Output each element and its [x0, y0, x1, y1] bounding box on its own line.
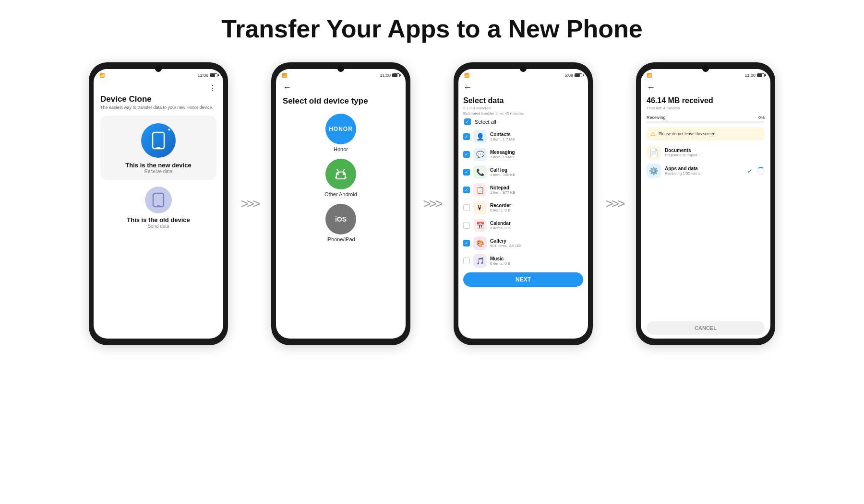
phone2-ios-circle: iOS: [325, 204, 356, 234]
phone1-new-device-card[interactable]: ✦ This is the new device Receive data: [100, 116, 216, 180]
calendar-checkbox[interactable]: [463, 222, 470, 229]
phone1-new-device-label: This is the new device: [125, 162, 191, 169]
phone1-status-left: 📶: [99, 73, 105, 78]
list-item[interactable]: ✓ 📞 Call log 1 item, 360 KB: [463, 164, 583, 180]
contacts-icon: 👤: [473, 130, 487, 143]
phone2-ios-label: iPhone/iPad: [326, 236, 355, 242]
phone4-status-left: 📶: [647, 73, 652, 78]
phone2-screen: 📶 11:08 ← Select old device type: [276, 69, 406, 339]
phones-row: 📶 11:08 ⋮ Device Clone The easie: [0, 62, 864, 345]
phone1-content: ⋮ Device Clone The easiest way to transf…: [94, 80, 223, 339]
phone1-header: ⋮: [100, 83, 216, 93]
arrow2-icon: >>>: [423, 196, 441, 211]
arrow1: >>>: [228, 196, 271, 211]
list-item[interactable]: ✓ 💬 Messaging 1 item, 13 MB: [463, 147, 583, 162]
svg-line-8: [337, 169, 338, 171]
recorder-icon: 🎙: [473, 201, 487, 214]
phone3-select-all-checkbox[interactable]: ✓: [464, 118, 471, 125]
phone3-screen: 📶 5:09 ← Select data 9.1 GB selected Est…: [458, 69, 588, 339]
contacts-checkbox[interactable]: ✓: [463, 133, 470, 140]
phone2-honor-item[interactable]: HONOR Honor: [325, 114, 356, 152]
list-item[interactable]: 🎵 Music 0 items, 0 B: [463, 253, 583, 269]
phone1-menu-dots[interactable]: ⋮: [209, 83, 216, 93]
phone2-android-label: Other Android: [324, 191, 357, 197]
phone4-receiving-row: Receiving 0%: [647, 115, 765, 120]
phone1-old-device-label: This is the old device: [127, 216, 190, 223]
phone3-status-left: 📶: [464, 73, 469, 78]
arrow2: >>>: [410, 196, 454, 211]
gallery-size: 801 items, 2.9 GB: [490, 244, 583, 248]
gallery-checkbox[interactable]: ✓: [463, 240, 470, 246]
phone1-app-subtitle: The easiest way to transfer data to your…: [100, 105, 213, 111]
phone4-documents-item: 📄 Documents Preparing to import...: [647, 145, 765, 160]
phone2-back-button[interactable]: ←: [283, 82, 291, 93]
svg-point-5: [343, 173, 345, 175]
phone3-battery-icon: [575, 73, 582, 77]
phone2-honor-icon-text: HONOR: [329, 126, 353, 132]
phone4-battery-icon: [757, 73, 765, 77]
documents-icon: 📄: [647, 145, 661, 160]
phone4-receiving-percent: 0%: [758, 115, 765, 120]
svg-rect-0: [153, 132, 164, 149]
phone2-android-item[interactable]: Other Android: [324, 159, 357, 197]
phone1-new-device-svg: [150, 131, 167, 150]
phone4-screen: 📶 11:08 ← 46.14 MB received Time left: 4…: [641, 69, 770, 339]
phone3-select-all-row[interactable]: ✓ Select all: [463, 118, 583, 125]
phone4-warning-text: Please do not leave this screen.: [659, 131, 717, 136]
phone1-status-right: 11:08: [197, 73, 217, 78]
list-item[interactable]: ✓ 📋 Notepad 1 item, 877 KB: [463, 182, 583, 198]
phone3-next-button[interactable]: NEXT: [463, 272, 583, 287]
contacts-name: Contacts: [490, 132, 583, 137]
recorder-info: Recorder 0 items, 0 B: [490, 203, 583, 212]
phone2-content: ← Select old device type HONOR Honor: [276, 80, 406, 339]
phone2-time: 11:08: [380, 73, 391, 78]
music-checkbox[interactable]: [463, 258, 470, 264]
svg-line-9: [343, 169, 345, 171]
phone4-cancel-button[interactable]: CANCEL: [647, 321, 765, 335]
phone2-status-left: 📶: [282, 73, 287, 78]
recorder-checkbox[interactable]: [463, 204, 470, 211]
phone4-progress-fill: [647, 121, 649, 123]
music-size: 0 items, 0 B: [490, 261, 583, 266]
phone4-notch: [702, 65, 709, 72]
svg-rect-1: [156, 147, 160, 148]
phone2-wifi-icon: 📶: [282, 73, 287, 78]
list-item[interactable]: 📅 Calendar 0 items, 0 B: [463, 218, 583, 233]
notepad-size: 1 item, 877 KB: [490, 190, 583, 195]
notepad-checkbox[interactable]: ✓: [463, 187, 470, 193]
phone3: 📶 5:09 ← Select data 9.1 GB selected Est…: [454, 62, 593, 345]
phone4-wrapper: 📶 11:08 ← 46.14 MB received Time left: 4…: [636, 62, 775, 345]
phone1-new-device-action: Receive data: [144, 169, 172, 174]
phone1-star-icon: ✦: [167, 127, 171, 132]
phone4-time: 11:08: [744, 73, 756, 78]
music-name: Music: [490, 256, 583, 261]
calllog-checkbox[interactable]: ✓: [463, 169, 470, 176]
list-item[interactable]: ✓ 👤 Contacts 1 item, 1.7 MB: [463, 129, 583, 144]
phone2-device-type-list: HONOR Honor: [283, 114, 399, 242]
list-item[interactable]: ✓ 🎨 Gallery 801 items, 2.9 GB: [463, 235, 583, 251]
messaging-checkbox[interactable]: ✓: [463, 151, 470, 158]
contacts-info: Contacts 1 item, 1.7 MB: [490, 132, 583, 141]
phone4-back-button[interactable]: ←: [647, 82, 765, 93]
appsdata-spinner: [757, 167, 765, 175]
phone3-select-all-checkmark: ✓: [466, 119, 469, 124]
phone3-back-button[interactable]: ←: [463, 82, 583, 93]
documents-info: Documents Preparing to import...: [665, 148, 765, 157]
phone1-old-device-card[interactable]: This is the old device Send data: [127, 187, 190, 229]
list-item[interactable]: 🎙 Recorder 0 items, 0 B: [463, 200, 583, 215]
phone2: 📶 11:08 ← Select old device type: [271, 62, 410, 345]
music-icon: 🎵: [473, 254, 487, 268]
phone3-notch: [520, 65, 527, 72]
recorder-name: Recorder: [490, 203, 583, 208]
arrow1-icon: >>>: [240, 196, 258, 211]
documents-name: Documents: [665, 148, 765, 153]
phone4-progress-bar: [647, 121, 765, 123]
notepad-name: Notepad: [490, 185, 583, 190]
messaging-info: Messaging 1 item, 13 MB: [490, 150, 583, 159]
phone4-warning-icon: ⚠: [650, 130, 656, 137]
phone3-subtitle-time: Estimated transfer time: 40 minutes: [463, 111, 583, 116]
phone2-ios-item[interactable]: iOS iPhone/iPad: [325, 204, 356, 242]
phone4-wifi-icon: 📶: [647, 73, 652, 78]
phone4: 📶 11:08 ← 46.14 MB received Time left: 4…: [636, 62, 775, 345]
phone1: 📶 11:08 ⋮ Device Clone The easie: [89, 62, 228, 345]
